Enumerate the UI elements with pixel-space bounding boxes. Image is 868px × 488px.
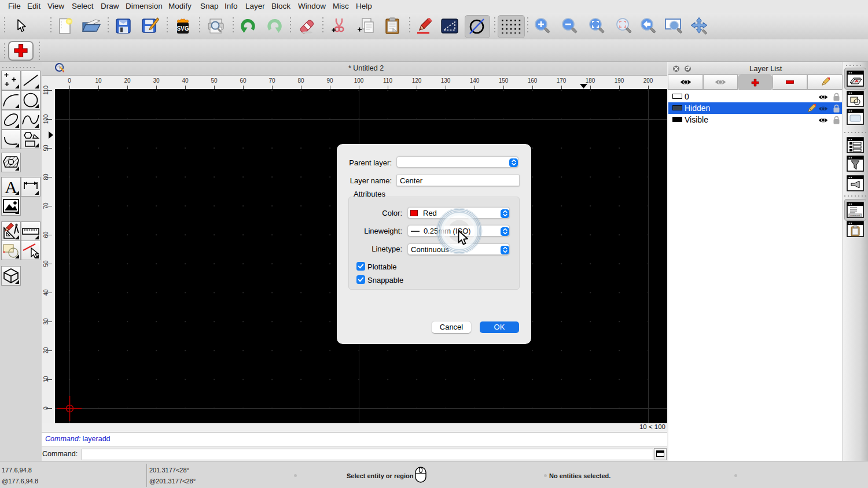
svg-text:SVG: SVG: [176, 25, 189, 32]
svg-text:command: command: [850, 214, 860, 217]
